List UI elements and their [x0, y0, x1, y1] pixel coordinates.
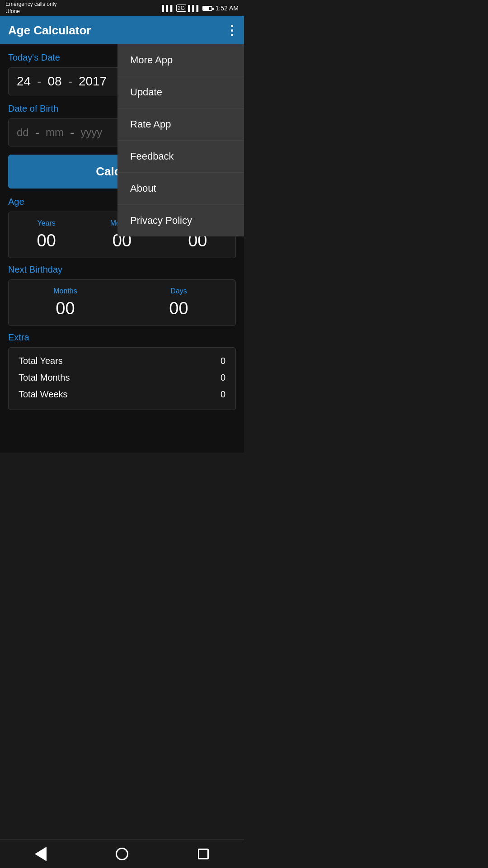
- extra-section: Extra Total Years 0 Total Months 0 Total…: [8, 332, 236, 410]
- extra-box: Total Years 0 Total Months 0 Total Weeks…: [8, 347, 236, 410]
- dob-month-placeholder: mm: [46, 126, 64, 139]
- dropdown-privacy-policy[interactable]: Privacy Policy: [117, 205, 244, 236]
- more-options-button[interactable]: [228, 22, 236, 39]
- sep4: -: [70, 125, 74, 140]
- bday-months-label: Months: [9, 287, 122, 295]
- sep3: -: [35, 125, 39, 140]
- dropdown-update[interactable]: Update: [117, 76, 244, 108]
- next-birthday-section: Next Birthday Months 00 Days 00: [8, 264, 236, 326]
- dot-2: [231, 29, 233, 32]
- age-years-col: Years 00: [9, 219, 84, 250]
- app-title: Age Calculator: [8, 24, 91, 38]
- bday-days-label: Days: [122, 287, 235, 295]
- extra-months-value: 0: [221, 373, 225, 383]
- extra-weeks-label: Total Weeks: [19, 389, 68, 400]
- today-month: 08: [47, 74, 61, 89]
- today-day: 24: [17, 74, 31, 89]
- extra-years-label: Total Years: [19, 356, 63, 366]
- extra-row-months: Total Months 0: [19, 373, 225, 383]
- extra-row-years: Total Years 0: [19, 356, 225, 366]
- status-bar: Emergency calls only Ufone ▌▌▌ 2G ▌▌▌ 1:…: [0, 0, 244, 16]
- extra-months-label: Total Months: [19, 373, 70, 383]
- bday-months-col: Months 00: [9, 287, 122, 318]
- bday-days-col: Days 00: [122, 287, 235, 318]
- dropdown-more-app[interactable]: More App: [117, 44, 244, 76]
- signal-icon: ▌▌▌: [162, 5, 174, 12]
- today-year: 2017: [79, 74, 107, 89]
- dot-3: [231, 34, 233, 36]
- dropdown-about[interactable]: About: [117, 173, 244, 205]
- age-years-label: Years: [9, 219, 84, 227]
- sep2: -: [68, 74, 72, 89]
- next-birthday-label: Next Birthday: [8, 264, 236, 275]
- dob-year-placeholder: yyyy: [80, 126, 102, 139]
- dot-1: [231, 25, 233, 27]
- extra-weeks-value: 0: [221, 389, 225, 400]
- status-left-text: Emergency calls only Ufone: [5, 1, 56, 15]
- time-display: 1:52 AM: [216, 5, 239, 12]
- bday-months-value: 00: [9, 299, 122, 318]
- dropdown-feedback[interactable]: Feedback: [117, 141, 244, 173]
- birthday-box: Months 00 Days 00: [8, 279, 236, 326]
- status-right: ▌▌▌ 2G ▌▌▌ 1:52 AM: [162, 5, 239, 12]
- signal-icon-2: ▌▌▌: [188, 5, 201, 12]
- network-type: 2G: [176, 5, 186, 12]
- bday-days-value: 00: [122, 299, 235, 318]
- battery-icon: [202, 6, 212, 11]
- extra-years-value: 0: [221, 356, 225, 366]
- extra-row-weeks: Total Weeks 0: [19, 389, 225, 400]
- extra-section-label: Extra: [8, 332, 236, 343]
- dob-day-placeholder: dd: [17, 126, 29, 139]
- age-years-value: 00: [9, 231, 84, 250]
- dropdown-rate-app[interactable]: Rate App: [117, 108, 244, 141]
- app-bar: Age Calculator: [0, 16, 244, 44]
- sep1: -: [37, 74, 41, 89]
- dropdown-menu: More App Update Rate App Feedback About …: [117, 44, 244, 236]
